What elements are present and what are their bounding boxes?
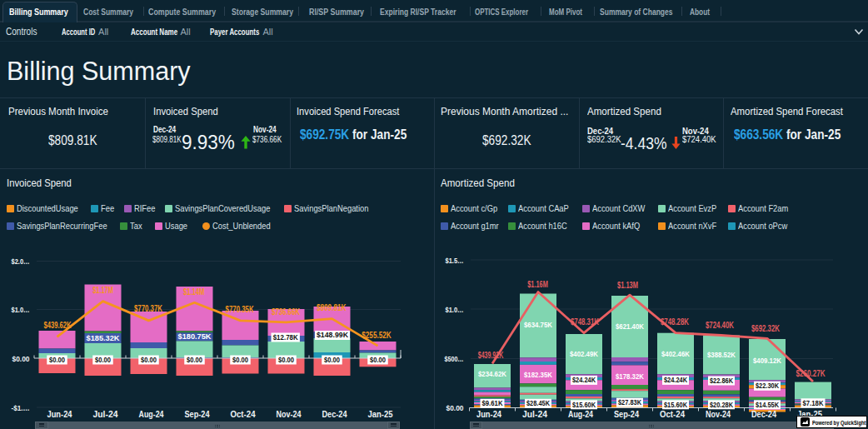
svg-text:$0.00: $0.00 bbox=[141, 356, 157, 364]
svg-text:$0.00: $0.00 bbox=[95, 356, 111, 364]
svg-text:$0.00: $0.00 bbox=[446, 403, 464, 412]
svg-text:Oct-24: Oct-24 bbox=[231, 410, 256, 419]
svg-text:$0.00: $0.00 bbox=[12, 354, 30, 363]
svg-text:Jul-24: Jul-24 bbox=[93, 410, 118, 419]
svg-text:$402.49K: $402.49K bbox=[570, 349, 598, 358]
svg-text:Oct-24: Oct-24 bbox=[660, 410, 685, 419]
svg-text:Aug-24: Aug-24 bbox=[568, 410, 593, 419]
svg-text:$500…: $500… bbox=[445, 354, 464, 363]
svg-text:$22.30K: $22.30K bbox=[756, 382, 779, 390]
svg-text:$692.32K: $692.32K bbox=[751, 324, 781, 333]
svg-text:$12.78K: $12.78K bbox=[273, 333, 298, 342]
svg-text:$15.60K: $15.60K bbox=[572, 401, 596, 409]
svg-text:$234.62K: $234.62K bbox=[478, 369, 506, 378]
svg-text:$24.24K: $24.24K bbox=[572, 376, 596, 384]
svg-text:$24.24K: $24.24K bbox=[664, 376, 687, 384]
svg-text:$20.28K: $20.28K bbox=[710, 401, 733, 409]
svg-text:$770.35K: $770.35K bbox=[226, 305, 255, 314]
svg-text:Aug-24: Aug-24 bbox=[139, 410, 164, 419]
svg-text:$1.0…: $1.0… bbox=[446, 305, 464, 314]
svg-text:$1.16M: $1.16M bbox=[527, 280, 548, 289]
svg-text:Jan-25: Jan-25 bbox=[368, 410, 393, 419]
svg-text:$0.00: $0.00 bbox=[49, 356, 65, 364]
svg-text:Dec-24: Dec-24 bbox=[322, 410, 347, 419]
svg-text:$148.99K: $148.99K bbox=[317, 331, 348, 339]
svg-text:$736.66K: $736.66K bbox=[272, 307, 301, 317]
svg-text:$770.37K: $770.37K bbox=[134, 304, 163, 313]
svg-text:Dec-24: Dec-24 bbox=[751, 410, 776, 419]
svg-text:$809.81K: $809.81K bbox=[317, 303, 347, 312]
svg-text:$182.35K: $182.35K bbox=[524, 370, 552, 379]
svg-text:$2.0…: $2.0… bbox=[12, 257, 30, 266]
svg-text:Sep-24: Sep-24 bbox=[614, 410, 639, 419]
svg-text:Jun-24: Jun-24 bbox=[476, 410, 501, 419]
svg-text:$1.5…: $1.5… bbox=[446, 256, 464, 265]
svg-text:$9.61K: $9.61K bbox=[482, 399, 503, 407]
svg-text:$1.0…: $1.0… bbox=[12, 305, 30, 314]
svg-text:$388.52K: $388.52K bbox=[707, 350, 736, 359]
svg-text:$621.40K: $621.40K bbox=[616, 322, 644, 331]
svg-text:Sep-24: Sep-24 bbox=[185, 410, 210, 419]
svg-text:$14.55K: $14.55K bbox=[756, 401, 779, 409]
svg-text:$178.32K: $178.32K bbox=[616, 372, 644, 381]
svg-text:$0.00: $0.00 bbox=[324, 356, 340, 364]
svg-text:Nov-24: Nov-24 bbox=[706, 410, 731, 419]
svg-text:$634.75K: $634.75K bbox=[524, 320, 552, 329]
svg-text:$22.86K: $22.86K bbox=[710, 377, 733, 385]
svg-text:Nov-24: Nov-24 bbox=[277, 410, 302, 419]
svg-text:$409.12K: $409.12K bbox=[753, 356, 781, 365]
svg-text:$27.83K: $27.83K bbox=[618, 398, 641, 407]
svg-text:$15.60K: $15.60K bbox=[664, 401, 687, 409]
svg-text:$0.00: $0.00 bbox=[370, 356, 386, 364]
svg-text:$1.14M: $1.14M bbox=[183, 287, 205, 297]
svg-text:Jun-24: Jun-24 bbox=[47, 410, 72, 419]
svg-text:$0.00: $0.00 bbox=[232, 356, 248, 364]
svg-text:$7.18K: $7.18K bbox=[803, 399, 824, 407]
svg-text:$724.40K: $724.40K bbox=[706, 321, 735, 330]
svg-text:$1.13M: $1.13M bbox=[617, 281, 638, 290]
svg-text:$0.00: $0.00 bbox=[278, 356, 294, 364]
svg-text:-$1.…: -$1.… bbox=[12, 403, 30, 412]
svg-text:$28.45K: $28.45K bbox=[526, 399, 550, 407]
svg-text:$180.75K: $180.75K bbox=[178, 332, 212, 341]
svg-text:$185.32K: $185.32K bbox=[87, 334, 120, 342]
svg-text:$0.00: $0.00 bbox=[187, 356, 202, 364]
svg-text:Jul-24: Jul-24 bbox=[522, 410, 547, 419]
svg-text:$1.17M: $1.17M bbox=[92, 286, 113, 295]
svg-text:$402.46K: $402.46K bbox=[661, 349, 690, 358]
